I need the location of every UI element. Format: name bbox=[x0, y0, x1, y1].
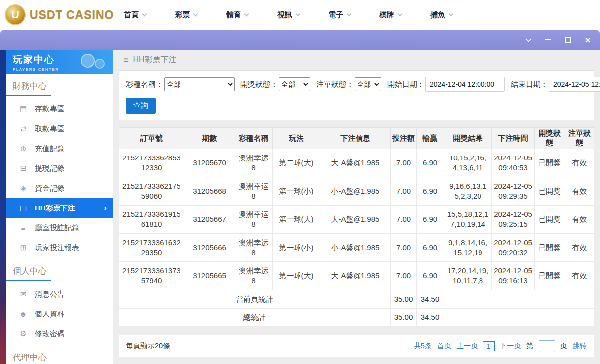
cell-draw-status: 已開獎 bbox=[535, 206, 565, 234]
sidebar-item-hh-lottery-bets[interactable]: ▤ HH彩票下注 › bbox=[6, 198, 113, 218]
header-bet-info: 下注信息 bbox=[320, 128, 391, 149]
sidebar-item-deposit[interactable]: ▤ 存款專區 bbox=[6, 99, 113, 119]
chevron-right-icon: › bbox=[104, 204, 107, 212]
start-date-input[interactable] bbox=[425, 77, 505, 92]
window-close-icon[interactable]: × bbox=[583, 35, 592, 44]
chevron-down-icon bbox=[296, 11, 300, 16]
summary-empty bbox=[444, 290, 594, 309]
cell-order-status: 有效 bbox=[565, 206, 594, 234]
draw-status-filter-label: 開獎狀態： bbox=[240, 80, 278, 89]
cell-order-id: 2152173336217559060 bbox=[119, 177, 184, 206]
draw-status-select[interactable]: 全部 bbox=[279, 77, 310, 91]
cell-bet-time: 2024-12-05 09:29:35 bbox=[492, 177, 535, 206]
order-status-select[interactable]: 全部 bbox=[355, 77, 381, 91]
sidebar-item-label: 修改密碼 bbox=[35, 329, 64, 339]
nav-item-fishing[interactable]: 捕魚 bbox=[430, 10, 453, 20]
order-status-filter: 注單狀態： 全部 bbox=[316, 77, 381, 91]
cell-period: 31205670 bbox=[184, 149, 235, 177]
cell-bet-amount: 7.00 bbox=[391, 262, 417, 290]
page-jump-input[interactable] bbox=[539, 340, 555, 352]
cell-draw-result: 10,15,2,16,4,13,6,11 bbox=[444, 149, 492, 177]
nav-item-slots[interactable]: 電子 bbox=[328, 10, 351, 20]
window-minimize-icon[interactable] bbox=[543, 35, 552, 44]
cell-bet-amount: 7.00 bbox=[391, 206, 417, 234]
cell-win-loss: 6.90 bbox=[417, 177, 444, 206]
cell-lottery-name: 澳洲幸运8 bbox=[235, 206, 273, 234]
sidebar-item-label: 玩家投注報表 bbox=[35, 243, 79, 253]
table-header-row: 訂單號 期數 彩種名稱 玩法 下注信息 投注額 輸贏 開獎結果 下注時間 開獎狀… bbox=[119, 128, 594, 149]
cell-order-status: 有效 bbox=[565, 149, 594, 177]
cell-order-id: 2152173336137357940 bbox=[119, 262, 184, 290]
sidebar-item-recharge-record[interactable]: ⊕ 充值記錄 bbox=[6, 139, 113, 158]
bets-table: 訂單號 期數 彩種名稱 玩法 下注信息 投注額 輸贏 開獎結果 下注時間 開獎狀… bbox=[119, 127, 594, 327]
cell-play-type: 第一球(大) bbox=[273, 206, 320, 234]
cell-bet-time: 2024-12-05 09:40:53 bbox=[492, 149, 535, 177]
summary-empty bbox=[444, 309, 594, 327]
page-title: HH彩票下注 bbox=[133, 55, 177, 65]
cell-order-status: 有效 bbox=[565, 262, 594, 290]
chevron-down-icon bbox=[398, 11, 403, 16]
sidebar-item-label: 廳室投註記錄 bbox=[35, 223, 79, 233]
sidebar-item-withdraw[interactable]: ⇄ 取款專區 bbox=[6, 119, 113, 139]
summary-label: 當前頁統計 bbox=[119, 290, 391, 309]
table-row: 2152173336285312330 31205670 澳洲幸运8 第二球(大… bbox=[119, 149, 594, 177]
player-report-icon: ⊞ bbox=[19, 243, 28, 252]
nav-item-home[interactable]: 首頁 bbox=[124, 10, 146, 20]
grand-summary-row: 總統計 35.00 34.50 bbox=[119, 309, 594, 327]
cell-play-type: 第一球(小) bbox=[273, 177, 320, 206]
sidebar-item-label: 取款專區 bbox=[35, 124, 64, 134]
section-title-personal: 個人中心 bbox=[6, 260, 113, 281]
sidebar-item-profile[interactable]: ☻ 個人資料 bbox=[6, 304, 113, 324]
cell-bet-time: 2024-12-05 09:16:13 bbox=[492, 262, 535, 290]
header-lottery-name: 彩種名稱 bbox=[235, 128, 273, 149]
funds-record-icon: ◈ bbox=[19, 184, 28, 193]
window-chevron-down-icon[interactable] bbox=[524, 35, 533, 44]
nav-item-live-video[interactable]: 視訊 bbox=[277, 10, 300, 20]
sidebar-item-change-password[interactable]: ⚙ 修改密碼 bbox=[6, 324, 113, 344]
profile-icon: ☻ bbox=[19, 310, 28, 318]
nav-item-sports[interactable]: 體育 bbox=[226, 10, 248, 20]
breadcrumb: ≡ HH彩票下注 bbox=[119, 50, 594, 70]
nav-item-label: 體育 bbox=[226, 10, 241, 20]
cell-win-loss: 6.90 bbox=[417, 149, 444, 177]
header-bet-amount: 投注額 bbox=[391, 128, 417, 149]
personal-menu: ✉ 消息公告 ☻ 個人資料 ⚙ 修改密碼 bbox=[6, 281, 113, 346]
sidebar-item-announcements[interactable]: ✉ 消息公告 bbox=[6, 284, 113, 304]
current-page-badge[interactable]: 1 bbox=[483, 341, 495, 351]
sidebar-item-player-report[interactable]: ⊞ 玩家投注報表 bbox=[6, 238, 113, 258]
draw-status-filter: 開獎狀態： 全部 bbox=[240, 77, 310, 91]
prev-page-link[interactable]: 上一页 bbox=[456, 341, 478, 351]
end-date-input[interactable] bbox=[549, 77, 600, 92]
filter-panel: 彩種名稱： 全部 開獎狀態： 全部 注單狀態： 全部 bbox=[119, 70, 594, 120]
sidebar-item-label: HH彩票下注 bbox=[35, 204, 75, 213]
nav-item-board-games[interactable]: 棋牌 bbox=[379, 10, 402, 20]
lottery-select[interactable]: 全部 bbox=[164, 77, 235, 91]
first-page-link[interactable]: 首页 bbox=[437, 341, 451, 351]
next-page-link[interactable]: 下一页 bbox=[500, 341, 522, 351]
sidebar-item-hall-bet-record[interactable]: ≡ 廳室投註記錄 bbox=[6, 218, 113, 238]
sidebar-item-withdrawal-record[interactable]: ⊟ 提現記錄 bbox=[6, 158, 113, 178]
sidebar-item-label: 消息公告 bbox=[35, 290, 64, 299]
header-draw-result: 開獎結果 bbox=[444, 128, 492, 149]
nav-item-lottery[interactable]: 彩票 bbox=[175, 10, 197, 20]
cell-period: 31205667 bbox=[184, 206, 235, 234]
search-button[interactable]: 查詢 bbox=[126, 98, 156, 114]
logo[interactable]: U USDT CASINO bbox=[0, 4, 124, 25]
window-maximize-icon[interactable] bbox=[563, 35, 572, 44]
main-panel: ≡ HH彩票下注 彩種名稱： 全部 開獎狀態： 全部 注 bbox=[113, 50, 600, 364]
sidebar-item-funds-record[interactable]: ◈ 資金記錄 bbox=[6, 178, 113, 198]
jump-suffix-label: 页 bbox=[560, 341, 568, 351]
hamburger-icon[interactable]: ≡ bbox=[123, 55, 129, 65]
logo-icon: U bbox=[5, 4, 26, 25]
cell-bet-info: 大-A盤@1.985 bbox=[320, 206, 391, 234]
nav-item-label: 視訊 bbox=[277, 10, 292, 20]
sidebar: 玩家中心 PLAYERS CENTER 財務中心 ▤ 存款專區 ⇄ 取款專區 ⊕… bbox=[6, 50, 113, 364]
top-navigation: U USDT CASINO 首頁 彩票 體育 視訊 電子 棋牌 捕魚 bbox=[0, 0, 600, 30]
table-row: 2152173336217559060 31205668 澳洲幸运8 第一球(小… bbox=[119, 177, 594, 206]
cell-bet-time: 2024-12-05 09:20:32 bbox=[492, 234, 535, 262]
nav-item-label: 電子 bbox=[328, 10, 343, 20]
cell-play-type: 第一球(小) bbox=[273, 234, 320, 262]
jump-button[interactable]: 跳转 bbox=[572, 341, 587, 351]
sidebar-header: 玩家中心 PLAYERS CENTER bbox=[6, 50, 113, 74]
lottery-filter-label: 彩種名稱： bbox=[126, 80, 163, 89]
